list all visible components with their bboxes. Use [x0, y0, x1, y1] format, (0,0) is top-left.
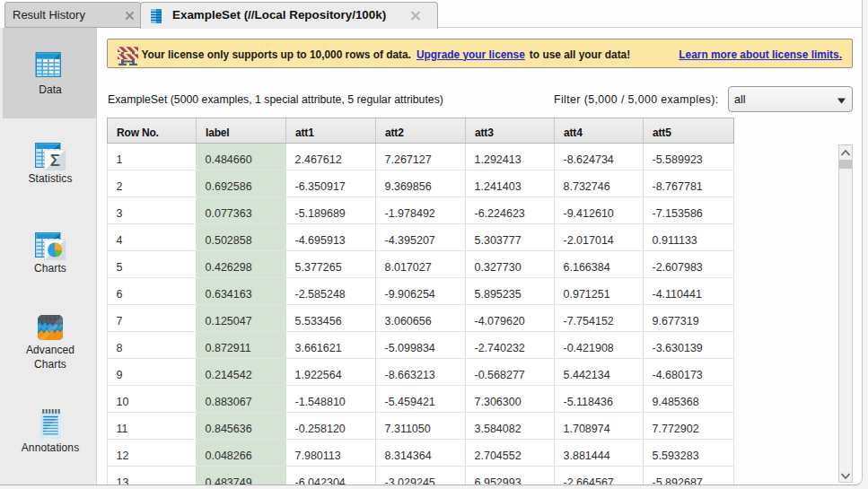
svg-text:Σ: Σ [50, 151, 60, 170]
